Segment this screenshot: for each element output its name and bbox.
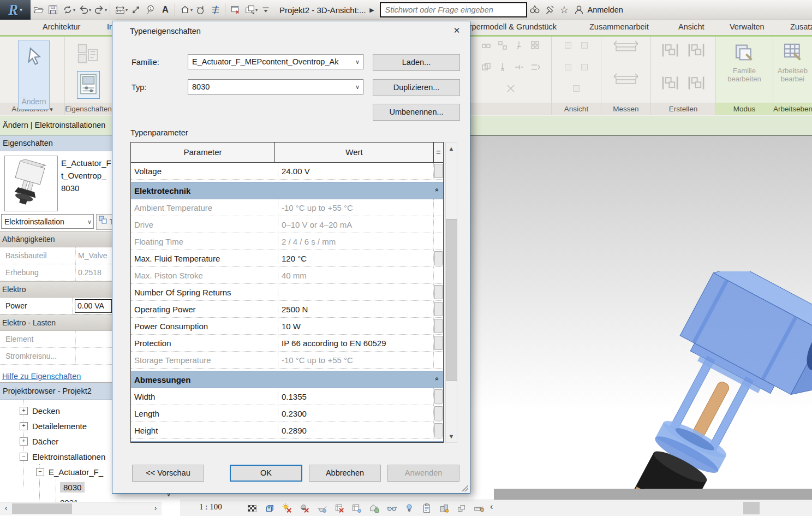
properties-help-link[interactable]: Hilfe zu Eigenschaften	[2, 372, 81, 381]
undo-icon[interactable]	[76, 2, 91, 18]
render-house-icon[interactable]	[577, 38, 592, 52]
scroll-left-icon[interactable]: ‹	[1, 503, 11, 513]
associate-parameter-button[interactable]	[434, 164, 443, 178]
section-header[interactable]: Abhängigkeiten	[0, 231, 112, 247]
pin-icon[interactable]	[495, 60, 510, 74]
property-value[interactable]	[75, 331, 112, 347]
tab-zusammenarbeit[interactable]: Zusammenarbeit	[589, 22, 649, 31]
scrollbar-thumb[interactable]	[743, 502, 760, 514]
load-button[interactable]: Laden...	[373, 54, 460, 71]
align-icon[interactable]	[479, 38, 493, 52]
lightbulb-icon[interactable]	[561, 38, 575, 52]
tab-verwalten[interactable]: Verwalten	[730, 22, 765, 31]
close-hidden-windows-icon[interactable]	[228, 2, 242, 18]
tag-icon[interactable]: 1	[143, 2, 158, 18]
property-value[interactable]	[75, 348, 112, 364]
viewport-horizontal-scrollbar[interactable]	[494, 489, 812, 500]
associate-parameter-button[interactable]	[434, 389, 443, 404]
associate-parameter-button[interactable]	[434, 423, 443, 437]
component-blocks-icon[interactable]	[75, 40, 101, 69]
shadows-icon[interactable]	[298, 502, 311, 515]
group-circle-icon[interactable]	[684, 38, 708, 62]
collapse-icon[interactable]: −	[36, 468, 44, 476]
chevron-down-icon[interactable]: ▾	[73, 8, 75, 13]
search-icon[interactable]	[527, 2, 542, 18]
tree-item-label[interactable]: 8031	[60, 498, 78, 502]
tree-item-label[interactable]: Decken	[32, 406, 60, 416]
section-icon[interactable]	[193, 2, 208, 18]
tree-item-elektroinstallationen[interactable]: −Elektroinstallationen	[20, 449, 105, 464]
account-icon[interactable]	[571, 2, 586, 18]
rename-button[interactable]: Umbenennen...	[373, 104, 460, 121]
associate-parameter-button[interactable]	[434, 319, 443, 333]
tree-item-decken[interactable]: +Decken	[20, 403, 60, 418]
panel-label[interactable]: Ansicht	[552, 103, 601, 115]
box-3d-icon[interactable]	[569, 81, 583, 96]
detail-level-icon[interactable]	[246, 502, 259, 515]
parameter-value-cell[interactable]: IP 66 according to EN 60529	[278, 335, 434, 351]
tree-item-e-actuator-f-[interactable]: −E_Actuator_F_	[36, 464, 103, 479]
sign-in-button[interactable]: Anmelden	[587, 5, 623, 14]
parameter-value-cell[interactable]: 2500 N	[278, 301, 434, 317]
tab-k-rpermodell-grundst-ck[interactable]: Körpermodell & Grundstück	[459, 22, 557, 31]
properties-panel-label[interactable]: Eigenschaften	[65, 103, 112, 115]
switch-windows-icon[interactable]	[242, 2, 257, 18]
collapse-group-icon[interactable]: »	[433, 377, 441, 381]
paintbrush-icon[interactable]	[561, 60, 575, 74]
measure-horizontal-icon[interactable]	[610, 38, 642, 52]
offset-icon[interactable]	[495, 38, 510, 52]
modify-button[interactable]: Ändern	[18, 40, 50, 110]
show-crop-icon[interactable]	[350, 502, 363, 515]
associate-parameter-button[interactable]	[434, 406, 443, 420]
scroll-down-icon[interactable]: ▼	[446, 430, 457, 442]
property-value[interactable]: 0.2518	[75, 264, 112, 281]
tree-item-label[interactable]: 8030	[60, 482, 85, 493]
sync-icon[interactable]	[60, 2, 75, 18]
temporary-view-properties-icon[interactable]	[420, 502, 433, 515]
split-icon[interactable]	[512, 60, 526, 74]
reveal-hidden-icon[interactable]	[403, 502, 416, 515]
delete-icon[interactable]	[504, 81, 518, 96]
aligned-dimension-icon[interactable]	[128, 2, 143, 18]
group-box-icon[interactable]	[658, 38, 682, 62]
scrollbar-thumb[interactable]	[446, 219, 457, 381]
folders-icon[interactable]	[658, 71, 682, 95]
preview-button[interactable]: << Vorschau	[132, 465, 204, 482]
panel-label[interactable]: Arbeitsebene	[773, 103, 812, 115]
render-icon[interactable]	[315, 502, 329, 515]
tree-item-detailelemente[interactable]: +Detailelemente	[20, 418, 87, 434]
parameter-value-cell[interactable]: 24.00 V	[278, 163, 434, 179]
tab-zusatzmodule[interactable]: Zusatzmodule	[790, 22, 812, 31]
chevron-down-icon[interactable]: ▾	[105, 8, 107, 13]
search-input[interactable]	[381, 5, 526, 14]
expand-icon[interactable]: +	[20, 422, 28, 430]
properties-palette-button[interactable]	[77, 71, 100, 99]
measure-icon[interactable]	[112, 2, 127, 18]
open-icon[interactable]	[31, 2, 45, 18]
table-scrollbar[interactable]: ▲ ▼	[445, 142, 457, 443]
duplicate-button[interactable]: Duplizieren...	[373, 79, 460, 96]
panel-label[interactable]: Messen	[601, 103, 650, 115]
sun-path-icon[interactable]	[280, 502, 294, 515]
expand-icon[interactable]: +	[20, 407, 28, 415]
parameter-value-cell[interactable]: 120 °C	[278, 250, 434, 266]
parameter-value-cell[interactable]: 0.1355	[278, 388, 434, 405]
tree-item-d-cher[interactable]: +Dächer	[20, 434, 58, 449]
parameter-value-cell[interactable]: 0.2890	[278, 422, 434, 438]
default-3d-view-icon[interactable]	[177, 2, 192, 18]
customize-qat-icon[interactable]	[258, 2, 273, 18]
application-menu-button[interactable]: R ▾	[0, 0, 31, 20]
text-icon[interactable]: A	[158, 2, 172, 18]
expand-icon[interactable]: +	[20, 437, 28, 446]
parameter-value-cell[interactable]	[278, 284, 434, 300]
hide-lines-icon[interactable]	[577, 60, 592, 74]
favorites-icon[interactable]: ☆	[557, 2, 571, 18]
redo-icon[interactable]	[92, 2, 106, 18]
panel-label[interactable]: Erstellen	[651, 103, 715, 115]
group-row[interactable]: Elektrotechnik»	[131, 182, 443, 199]
scroll-up-icon[interactable]: ▲	[446, 143, 457, 155]
properties-palette-header[interactable]: Eigenschaften	[0, 135, 112, 151]
resize-grip[interactable]	[462, 485, 468, 491]
tree-item-label[interactable]: Dächer	[32, 437, 58, 446]
merge-icon[interactable]	[528, 60, 542, 74]
